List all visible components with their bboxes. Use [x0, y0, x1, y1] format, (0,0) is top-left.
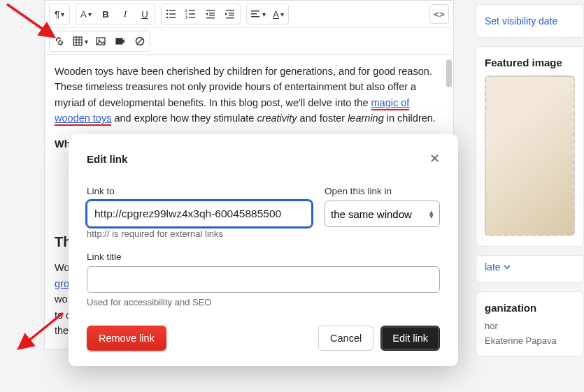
organization-title: ganization	[485, 302, 575, 314]
svg-text:3: 3	[185, 15, 187, 20]
svg-rect-13	[209, 13, 215, 13]
image-button[interactable]	[91, 31, 111, 51]
title-hint: Used for accessibility and SEO	[87, 297, 440, 307]
svg-rect-21	[251, 13, 257, 15]
svg-rect-20	[251, 10, 259, 12]
body-em: creativity	[257, 112, 297, 124]
late-dropdown[interactable]: late	[485, 261, 575, 273]
bold-button[interactable]: B	[96, 4, 115, 24]
edit-link-modal: Edit link ✕ Link to http:// is required …	[69, 134, 458, 366]
svg-rect-23	[73, 37, 82, 45]
toolbar: ¶▾ A▾ B I U 123 ▾ A▾ <> ▾	[45, 1, 453, 55]
underline-button[interactable]: U	[135, 4, 155, 24]
link-title-label: Link title	[87, 252, 440, 262]
svg-line-32	[137, 38, 143, 44]
svg-rect-30	[116, 38, 122, 44]
set-visibility-link[interactable]: Set visibility date	[485, 15, 557, 27]
edit-link-button[interactable]: Edit link	[380, 326, 440, 351]
close-button[interactable]: ✕	[429, 151, 440, 166]
featured-image-title: Featured image	[485, 57, 575, 68]
source-code-button[interactable]: <>	[429, 4, 449, 24]
body-em: learning	[348, 112, 384, 124]
svg-rect-15	[206, 17, 215, 18]
numbered-list-button[interactable]: 123	[181, 4, 201, 24]
body-text: and foster	[297, 112, 348, 124]
cancel-button[interactable]: Cancel	[318, 326, 373, 351]
url-hint: http:// is required for external links	[87, 228, 312, 239]
outdent-button[interactable]	[201, 4, 220, 24]
body-text: in children.	[384, 112, 436, 124]
indent-button[interactable]	[220, 4, 240, 24]
body-text: wo	[55, 293, 68, 305]
svg-rect-17	[229, 13, 234, 13]
svg-rect-11	[189, 17, 195, 17]
link-title-input[interactable]	[87, 266, 440, 293]
body-text: Wo	[55, 262, 70, 273]
text-color-button[interactable]: A▾	[269, 4, 288, 24]
svg-point-4	[166, 17, 168, 18]
video-button[interactable]	[111, 31, 130, 51]
svg-rect-22	[251, 16, 259, 17]
side-panels: Set visibility date Featured image late …	[476, 0, 584, 365]
svg-rect-12	[206, 10, 215, 10]
clear-format-button[interactable]	[130, 31, 150, 51]
author-value: Ekaterine Papava	[485, 335, 575, 346]
bullet-list-button[interactable]	[162, 4, 181, 24]
svg-rect-1	[169, 10, 176, 10]
svg-rect-19	[226, 17, 234, 18]
italic-button[interactable]: I	[115, 4, 135, 24]
svg-rect-14	[209, 15, 215, 15]
svg-rect-3	[169, 13, 176, 14]
body-text: and explore how they stimulate	[111, 112, 257, 124]
svg-rect-5	[169, 17, 176, 17]
svg-rect-7	[189, 10, 195, 10]
open-in-select[interactable]: the same window ▴▾	[325, 201, 440, 227]
align-button[interactable]: ▾	[247, 4, 269, 24]
svg-rect-16	[226, 10, 234, 10]
table-button[interactable]: ▾	[69, 31, 91, 51]
svg-point-2	[166, 13, 168, 15]
select-arrows-icon: ▴▾	[429, 210, 434, 218]
remove-link-button[interactable]: Remove link	[87, 326, 166, 351]
svg-point-29	[98, 39, 99, 41]
body-text: the	[55, 325, 69, 336]
featured-image-thumb[interactable]	[485, 75, 575, 236]
chevron-down-icon	[504, 263, 511, 270]
author-label: hor	[485, 321, 575, 331]
svg-rect-18	[229, 15, 234, 15]
link-to-label: Link to	[87, 186, 312, 196]
modal-title: Edit link	[87, 153, 127, 165]
link-url-input[interactable]	[87, 201, 312, 227]
open-in-label: Open this link in	[325, 186, 440, 196]
font-color-button[interactable]: A▾	[76, 4, 96, 24]
link-button[interactable]	[50, 31, 69, 51]
paragraph-format-button[interactable]: ¶▾	[50, 4, 69, 24]
svg-rect-9	[189, 13, 195, 14]
body-link-gro[interactable]: gro	[55, 278, 69, 289]
open-in-value: the same window	[331, 208, 412, 220]
scrollbar-thumb[interactable]	[446, 59, 452, 87]
svg-point-0	[166, 10, 168, 11]
